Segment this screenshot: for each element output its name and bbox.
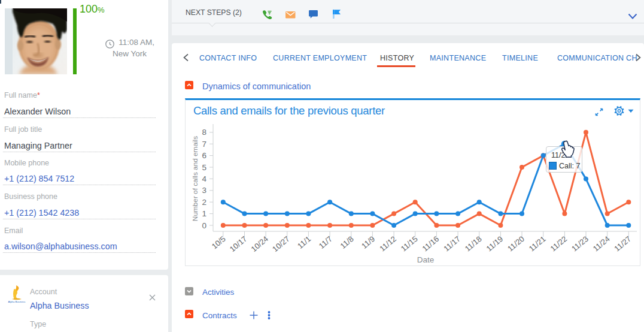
svg-text:1: 1 [202, 209, 206, 218]
svg-text:11/8: 11/8 [338, 234, 355, 250]
svg-text:11/27: 11/27 [612, 234, 633, 253]
svg-text:4: 4 [202, 174, 206, 183]
svg-text:Date: Date [417, 255, 435, 264]
svg-text:0: 0 [202, 221, 206, 230]
svg-text:Number of calls and emails: Number of calls and emails [191, 136, 199, 221]
svg-text:11/12: 11/12 [378, 234, 398, 253]
svg-text:11/15: 11/15 [399, 234, 420, 253]
svg-text:11/1: 11/1 [296, 234, 312, 250]
svg-text:10/17: 10/17 [228, 234, 249, 253]
svg-text:3: 3 [202, 186, 206, 195]
svg-text:11/18: 11/18 [463, 234, 484, 253]
svg-text:11/9: 11/9 [360, 234, 376, 250]
svg-text:11/19: 11/19 [484, 234, 505, 253]
svg-text:10/5: 10/5 [210, 234, 227, 251]
svg-text:7: 7 [202, 140, 206, 149]
svg-text:10/24: 10/24 [249, 234, 270, 253]
svg-text:11/23: 11/23 [570, 234, 590, 253]
svg-text:11/24: 11/24 [591, 234, 612, 253]
svg-text:11/20: 11/20 [506, 234, 526, 253]
svg-text:11/22: 11/22 [548, 234, 569, 253]
svg-text:11/7: 11/7 [317, 234, 334, 250]
svg-text:5: 5 [202, 163, 206, 172]
svg-text:11/21: 11/21 [527, 234, 548, 253]
svg-text:11/17: 11/17 [442, 234, 462, 253]
svg-text:6: 6 [202, 151, 206, 160]
svg-text:11/16: 11/16 [420, 234, 441, 253]
svg-text:10/27: 10/27 [271, 234, 291, 253]
svg-text:2: 2 [202, 198, 206, 207]
svg-text:8: 8 [202, 128, 206, 137]
svg-text:Alpha Business: Alpha Business [8, 300, 26, 303]
